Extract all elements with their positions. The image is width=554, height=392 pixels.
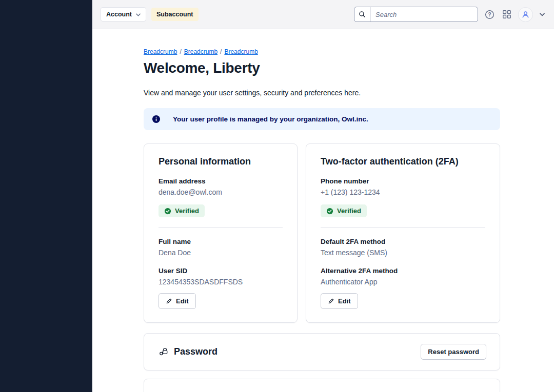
edit-button-label: Edit: [338, 297, 351, 305]
fullname-value: Dena Doe: [159, 249, 283, 257]
sidebar-nav: [0, 0, 92, 392]
user-avatar-button[interactable]: [518, 7, 533, 22]
personal-card-title: Personal information: [159, 156, 283, 167]
main-area: Account Subaccount ?: [92, 0, 554, 392]
breadcrumb-separator: /: [180, 48, 181, 55]
user-sid-field-group: User SID 123454353SDASDFFSDS: [159, 267, 283, 286]
verified-badge-label: Verified: [175, 207, 199, 215]
user-sid-label: User SID: [159, 267, 283, 275]
alternative-2fa-label: Alternative 2FA method: [321, 267, 485, 275]
key-lock-icon: [159, 346, 169, 357]
support-card: Need support?: [144, 379, 500, 392]
search-box[interactable]: [354, 7, 478, 22]
password-card-header: Password: [159, 346, 217, 357]
edit-button-label: Edit: [176, 297, 189, 305]
info-icon: [152, 115, 161, 123]
password-card-title: Password: [174, 346, 217, 357]
person-icon: [521, 10, 530, 19]
phone-value: +1 (123) 123-1234: [321, 188, 485, 196]
apps-menu-button[interactable]: [501, 9, 512, 20]
breadcrumb-link-2[interactable]: Breadcrumb: [184, 48, 217, 55]
pencil-icon: [328, 298, 334, 304]
phone-verified-badge: Verified: [321, 204, 367, 217]
edit-personal-info-button[interactable]: Edit: [159, 293, 196, 309]
default-2fa-value: Text message (SMS): [321, 249, 485, 257]
default-2fa-field-group: Default 2FA method Text message (SMS): [321, 238, 485, 257]
personal-information-card: Personal information Email address dena.…: [144, 143, 298, 323]
edit-2fa-button[interactable]: Edit: [321, 293, 358, 309]
app-window: Account Subaccount ?: [0, 0, 554, 392]
account-switcher-button[interactable]: Account: [101, 7, 146, 22]
email-verified-badge: Verified: [159, 204, 205, 217]
email-field-group: Email address dena.doe@owl.com: [159, 177, 283, 196]
info-banner: Your user profile is managed by your org…: [144, 108, 500, 130]
verified-badge-label: Verified: [337, 207, 361, 215]
account-switcher-label: Account: [106, 11, 132, 18]
cards-row: Personal information Email address dena.…: [144, 143, 500, 323]
breadcrumb-link-1[interactable]: Breadcrumb: [144, 48, 177, 55]
fullname-field-group: Full name Dena Doe: [159, 238, 283, 257]
help-button[interactable]: ?: [484, 9, 496, 20]
email-value: dena.doe@owl.com: [159, 188, 283, 196]
banner-message: Your user profile is managed by your org…: [173, 115, 368, 123]
twofa-card: Two-factor authentication (2FA) Phone nu…: [306, 143, 500, 323]
breadcrumb: Breadcrumb/Breadcrumb/Breadcrumb: [144, 48, 500, 55]
chevron-down-icon: [540, 13, 545, 16]
topbar-right-group: ?: [354, 7, 546, 22]
breadcrumb-link-3[interactable]: Breadcrumb: [224, 48, 258, 55]
search-icon: [354, 7, 370, 22]
user-sid-value: 123454353SDASDFFSDS: [159, 278, 283, 286]
fullname-label: Full name: [159, 238, 283, 245]
card-divider: [321, 227, 485, 228]
subaccount-badge: Subaccount: [151, 8, 199, 21]
default-2fa-label: Default 2FA method: [321, 238, 485, 245]
check-circle-icon: [164, 208, 171, 215]
chevron-down-icon: [136, 11, 141, 18]
topbar: Account Subaccount ?: [92, 0, 554, 29]
alternative-2fa-field-group: Alternative 2FA method Authenticator App: [321, 267, 485, 286]
pencil-icon: [166, 298, 172, 304]
user-menu-chevron[interactable]: [539, 12, 546, 17]
breadcrumb-separator: /: [220, 48, 222, 55]
phone-label: Phone number: [321, 177, 485, 185]
check-circle-icon: [326, 208, 333, 215]
search-input[interactable]: [370, 7, 478, 22]
card-divider: [159, 227, 283, 228]
content-area: Breadcrumb/Breadcrumb/Breadcrumb Welcome…: [92, 29, 554, 392]
twofa-card-title: Two-factor authentication (2FA): [321, 156, 485, 167]
page-subtitle: View and manage your user settings, secu…: [144, 89, 500, 97]
phone-field-group: Phone number +1 (123) 123-1234: [321, 177, 485, 196]
email-label: Email address: [159, 177, 283, 185]
alternative-2fa-value: Authenticator App: [321, 278, 485, 286]
reset-password-label: Reset password: [428, 348, 479, 356]
page-title: Welcome, Liberty: [144, 60, 500, 76]
password-card: Password Reset password: [144, 333, 500, 370]
help-icon: ?: [485, 10, 494, 19]
reset-password-button[interactable]: Reset password: [421, 344, 486, 360]
svg-text:?: ?: [488, 12, 491, 17]
grid-icon: [502, 10, 511, 19]
